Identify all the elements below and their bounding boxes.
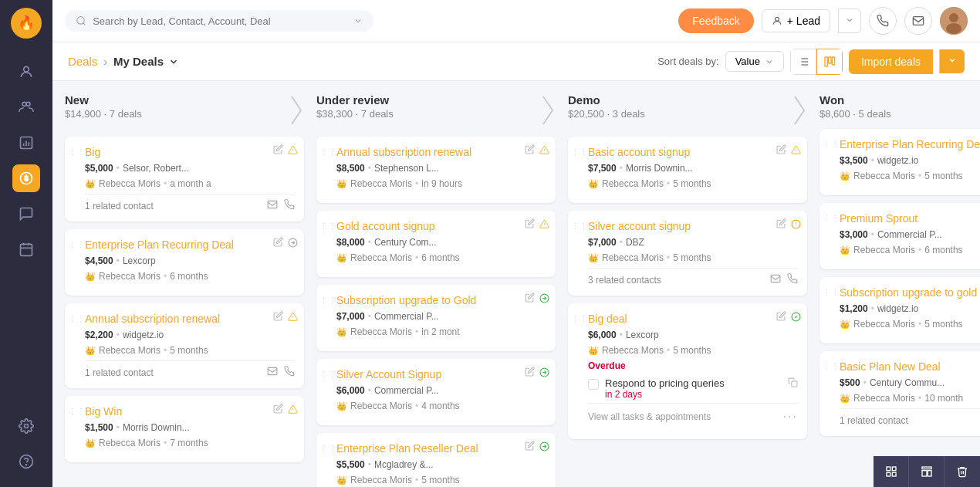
copy-icon[interactable] <box>788 377 798 390</box>
drag-handle[interactable]: ⋮⋮ <box>823 288 840 298</box>
deal-title[interactable]: Basic account signup <box>588 146 798 158</box>
phone-contact-icon[interactable] <box>787 273 798 286</box>
warning-icon[interactable] <box>288 404 298 418</box>
deal-title[interactable]: Enterprise Plan Recurring Deal <box>85 238 295 251</box>
import-deals-button[interactable]: Import deals <box>849 49 933 74</box>
email-contact-icon[interactable] <box>267 366 278 379</box>
sidebar-item-contacts[interactable] <box>12 58 40 86</box>
warning-icon[interactable] <box>791 144 801 158</box>
sidebar-item-chat[interactable] <box>12 200 40 228</box>
drag-handle[interactable]: ⋮⋮ <box>319 222 336 232</box>
feedback-button[interactable]: Feedback <box>678 8 753 33</box>
edit-icon[interactable] <box>273 144 283 158</box>
drag-handle[interactable]: ⋮⋮ <box>319 444 336 454</box>
task-checkbox[interactable] <box>588 379 599 390</box>
drag-handle[interactable]: ⋮⋮ <box>571 314 588 324</box>
sidebar-item-deals[interactable]: $ <box>12 164 40 192</box>
drag-handle[interactable]: ⋮⋮ <box>823 362 840 372</box>
breadcrumb-deals-link[interactable]: Deals <box>68 55 97 68</box>
deal-title[interactable]: Silver Account Signup <box>336 368 546 380</box>
drag-handle[interactable]: ⋮⋮ <box>319 370 336 380</box>
svg-rect-8 <box>21 244 32 255</box>
edit-icon[interactable] <box>776 311 786 325</box>
deal-title[interactable]: Enterprise Plan Reseller Deal <box>336 442 546 455</box>
edit-icon[interactable] <box>273 237 283 251</box>
deal-card: ⋮⋮Premium Sprout$3,000•Commercial P...👑R… <box>819 203 980 269</box>
drag-handle[interactable]: ⋮⋮ <box>319 147 336 157</box>
sidebar-item-calendar[interactable] <box>12 235 40 263</box>
sidebar-item-help[interactable] <box>12 448 40 475</box>
sort-value-button[interactable]: Value <box>725 51 784 72</box>
arrow-green-icon[interactable] <box>539 441 549 455</box>
sidebar-item-settings[interactable] <box>12 412 40 440</box>
deal-title[interactable]: Annual subscription renewal <box>85 313 295 325</box>
arrow-green-icon[interactable] <box>539 367 549 380</box>
edit-icon[interactable] <box>776 144 786 158</box>
email-contact-icon[interactable] <box>267 199 278 212</box>
drag-handle[interactable]: ⋮⋮ <box>823 214 840 224</box>
deal-title[interactable]: Silver account signup <box>588 220 798 232</box>
warning-icon[interactable] <box>288 144 298 158</box>
lead-button-arrow[interactable] <box>838 8 861 33</box>
phone-contact-icon[interactable] <box>284 366 295 379</box>
lead-button[interactable]: + Lead <box>762 9 830 32</box>
email-icon-button[interactable] <box>904 7 932 35</box>
breadcrumb-my-deals[interactable]: My Deals <box>113 55 179 68</box>
edit-icon[interactable] <box>273 404 283 418</box>
view-all-tasks-link[interactable]: View all tasks & appointments··· <box>588 403 798 430</box>
deal-title[interactable]: Basic Plan New Deal <box>840 360 980 373</box>
edit-icon[interactable] <box>273 311 283 325</box>
sidebar-item-reports[interactable] <box>12 129 40 157</box>
drag-handle[interactable]: ⋮⋮ <box>571 222 588 232</box>
search-dropdown-icon[interactable] <box>353 15 363 26</box>
edit-icon[interactable] <box>776 218 786 232</box>
edit-icon[interactable] <box>525 293 535 306</box>
tasks-more-icon[interactable]: ··· <box>783 410 798 424</box>
list-view-button[interactable] <box>790 49 816 75</box>
deal-title[interactable]: Subscription upgrade to gold <box>840 286 980 299</box>
drag-handle[interactable]: ⋮⋮ <box>68 314 85 324</box>
drag-handle[interactable]: ⋮⋮ <box>68 240 85 250</box>
deal-title[interactable]: Subscription upgrade to Gold <box>336 294 546 306</box>
deal-card: ⋮⋮Gold account signup$8,000•Century Com.… <box>316 211 556 277</box>
edit-icon[interactable] <box>525 144 535 158</box>
edit-icon[interactable] <box>525 218 535 232</box>
circle-orange-icon[interactable] <box>791 218 801 232</box>
arrow-right-icon[interactable] <box>288 237 298 251</box>
deal-title[interactable]: Enterprise Plan Recurring Deal <box>840 138 980 150</box>
drag-handle[interactable]: ⋮⋮ <box>823 140 840 150</box>
warning-icon[interactable] <box>288 311 298 325</box>
deal-title[interactable]: Gold account signup <box>336 220 546 232</box>
drag-handle[interactable]: ⋮⋮ <box>571 147 588 157</box>
email-contact-icon[interactable] <box>770 273 781 286</box>
edit-icon[interactable] <box>525 441 535 455</box>
bottom-grid-button[interactable] <box>874 456 909 487</box>
deal-title[interactable]: Premium Sprout <box>840 212 980 225</box>
drag-handle[interactable]: ⋮⋮ <box>68 407 85 417</box>
edit-icon[interactable] <box>525 367 535 380</box>
deal-title[interactable]: Big Win <box>85 405 295 418</box>
deal-title[interactable]: Annual subscription renewal <box>336 146 546 158</box>
drag-handle[interactable]: ⋮⋮ <box>68 147 85 157</box>
drag-handle[interactable]: ⋮⋮ <box>319 296 336 306</box>
crown-icon: 👑 <box>336 401 347 411</box>
owner-dot: • <box>415 252 418 263</box>
circle-check-icon[interactable] <box>791 311 801 325</box>
app-logo[interactable]: 🔥 <box>11 8 42 39</box>
sidebar-item-leads[interactable] <box>12 93 40 121</box>
arrow-green-icon[interactable] <box>539 293 549 306</box>
deal-title[interactable]: Big <box>85 146 295 158</box>
bottom-trash-button[interactable] <box>945 456 980 487</box>
warning-icon[interactable] <box>539 218 549 232</box>
import-deals-arrow[interactable] <box>939 49 965 73</box>
warning-icon[interactable] <box>539 144 549 158</box>
deal-title[interactable]: Big deal <box>588 313 798 325</box>
bottom-layout-button[interactable] <box>909 456 945 487</box>
phone-icon-button[interactable] <box>869 7 897 35</box>
deal-dot: • <box>368 163 371 174</box>
kanban-view-button[interactable] <box>816 49 843 75</box>
search-input[interactable] <box>93 15 346 27</box>
phone-contact-icon[interactable] <box>284 199 295 212</box>
user-avatar[interactable] <box>940 7 968 35</box>
search-area[interactable] <box>65 10 373 32</box>
